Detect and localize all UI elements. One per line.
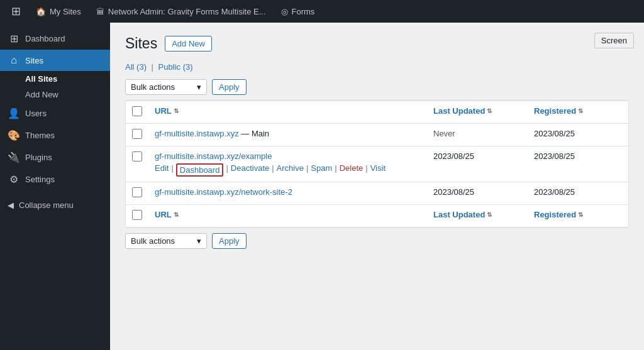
bottom-actions-bar: Bulk actions ▾ Apply xyxy=(125,233,629,249)
action-delete-1[interactable]: Delete xyxy=(340,163,364,177)
site-url-link-0[interactable]: gf-multisite.instawp.xyz xyxy=(155,129,239,138)
add-new-site-button[interactable]: Add New xyxy=(165,36,212,52)
select-all-footer xyxy=(126,205,148,227)
sites-icon: 🏠 xyxy=(36,7,46,16)
plugins-icon: 🔌 xyxy=(8,151,20,163)
action-archive-1[interactable]: Archive xyxy=(277,163,304,177)
never-text-0: Never xyxy=(433,129,455,138)
site-url-suffix-0: — Main xyxy=(239,129,269,138)
sites-table-wrapper: URL ⇅ Last Updated ⇅ Reg xyxy=(125,100,629,228)
url-footer-sort-link[interactable]: URL ⇅ xyxy=(155,210,179,219)
registered-footer-sort-icon: ⇅ xyxy=(578,211,583,218)
site-url-link-1[interactable]: gf-multisite.instawp.xyz/example xyxy=(155,151,272,161)
last-updated-footer-sort-icon: ⇅ xyxy=(487,211,492,218)
users-icon: 👤 xyxy=(8,107,20,119)
action-visit-1[interactable]: Visit xyxy=(370,163,386,177)
action-edit-1[interactable]: Edit xyxy=(155,163,169,177)
sidebar-item-users[interactable]: 👤 Users xyxy=(0,102,110,124)
filter-separator: | xyxy=(152,62,153,72)
select-all-footer-checkbox[interactable] xyxy=(132,210,142,220)
layout: ⊞ Dashboard ⌂ Sites All Sites Add New 👤 … xyxy=(0,23,644,350)
chevron-down-icon: ▾ xyxy=(197,82,201,92)
action-sep-1-3: | xyxy=(272,163,274,177)
registered-column-header: Registered ⇅ xyxy=(528,101,628,124)
apply-bottom-button[interactable]: Apply xyxy=(212,233,247,249)
registered-sort-link[interactable]: Registered ⇅ xyxy=(534,106,583,116)
wp-logo[interactable]: ⊞ xyxy=(5,0,27,23)
collapse-icon: ◀ xyxy=(8,200,14,210)
filter-bar: All (3) | Public (3) xyxy=(125,62,629,72)
sidebar-item-add-new[interactable]: Add New xyxy=(0,87,110,102)
last-updated-sort-icon: ⇅ xyxy=(487,107,492,114)
action-sep-1-4: | xyxy=(306,163,308,177)
action-deactivate-1[interactable]: Deactivate xyxy=(231,163,269,177)
last-updated-sort-link[interactable]: Last Updated ⇅ xyxy=(433,106,492,116)
network-admin-link[interactable]: 🏛 Network Admin: Gravity Forms Multisite… xyxy=(90,0,272,23)
table-body: gf-multisite.instawp.xyz — MainNever2023… xyxy=(126,124,628,205)
action-sep-1-2: | xyxy=(226,163,228,177)
top-bar: ⊞ 🏠 My Sites 🏛 Network Admin: Gravity Fo… xyxy=(0,0,644,23)
action-sep-1-1: | xyxy=(171,163,173,177)
bulk-actions-top-select[interactable]: Bulk actions ▾ xyxy=(125,79,207,95)
my-sites-link[interactable]: 🏠 My Sites xyxy=(30,0,87,23)
action-sep-1-6: | xyxy=(365,163,367,177)
filter-public-link[interactable]: Public (3) xyxy=(158,62,193,72)
row-select-2[interactable] xyxy=(132,187,142,197)
row-registered-0: 2023/08/25 xyxy=(528,124,628,146)
row-url-cell-1: gf-multisite.instawp.xyz/exampleEdit | D… xyxy=(148,146,427,182)
row-checkbox-0 xyxy=(126,124,148,146)
table-row: gf-multisite.instawp.xyz/network-site-22… xyxy=(126,182,628,205)
forms-icon: ◎ xyxy=(281,7,288,16)
row-registered-1: 2023/08/25 xyxy=(528,146,628,182)
main-content: Screen Sites Add New All (3) | Public (3… xyxy=(110,23,644,350)
row-actions-1: Edit | Dashboard | Deactivate | Archive … xyxy=(155,163,421,177)
sidebar-item-plugins[interactable]: 🔌 Plugins xyxy=(0,146,110,168)
registered-footer-sort-link[interactable]: Registered ⇅ xyxy=(534,210,583,219)
themes-icon: 🎨 xyxy=(8,129,20,141)
url-column-header: URL ⇅ xyxy=(148,101,427,124)
sidebar-item-sites[interactable]: ⌂ Sites xyxy=(0,50,110,71)
forms-link[interactable]: ◎ Forms xyxy=(275,0,321,23)
sidebar: ⊞ Dashboard ⌂ Sites All Sites Add New 👤 … xyxy=(0,23,110,350)
action-spam-1[interactable]: Spam xyxy=(311,163,332,177)
url-footer-sort-icon: ⇅ xyxy=(174,211,179,218)
row-url-cell-2: gf-multisite.instawp.xyz/network-site-2 xyxy=(148,182,427,205)
collapse-menu-button[interactable]: ◀ Collapse menu xyxy=(0,195,110,215)
page-title: Sites xyxy=(125,35,157,52)
dashboard-icon: ⊞ xyxy=(8,33,20,45)
row-checkbox-2 xyxy=(126,182,148,205)
sidebar-item-settings[interactable]: ⚙ Settings xyxy=(0,168,110,190)
url-footer-header: URL ⇅ xyxy=(148,205,427,227)
screen-options-button[interactable]: Screen xyxy=(594,33,634,48)
sites-submenu: All Sites Add New xyxy=(0,71,110,102)
registered-footer-header: Registered ⇅ xyxy=(528,205,628,227)
row-select-0[interactable] xyxy=(132,129,142,139)
last-updated-footer-sort-link[interactable]: Last Updated ⇅ xyxy=(433,210,492,219)
select-all-header xyxy=(126,101,148,124)
action-dashboard-1[interactable]: Dashboard xyxy=(176,163,224,177)
table-row: gf-multisite.instawp.xyz — MainNever2023… xyxy=(126,124,628,146)
action-sep-1-5: | xyxy=(335,163,336,177)
table-footer-row: URL ⇅ Last Updated ⇅ Reg xyxy=(126,205,628,227)
row-select-1[interactable] xyxy=(132,151,142,161)
filter-all-link[interactable]: All (3) xyxy=(125,62,149,72)
chevron-down-bottom-icon: ▾ xyxy=(197,236,201,246)
sidebar-item-dashboard[interactable]: ⊞ Dashboard xyxy=(0,28,110,50)
url-sort-icon: ⇅ xyxy=(174,107,179,114)
select-all-checkbox[interactable] xyxy=(132,106,142,116)
row-checkbox-1 xyxy=(126,146,148,182)
url-sort-link[interactable]: URL ⇅ xyxy=(155,106,179,116)
last-updated-footer-header: Last Updated ⇅ xyxy=(427,205,528,227)
settings-icon: ⚙ xyxy=(8,173,20,185)
sidebar-item-themes[interactable]: 🎨 Themes xyxy=(0,124,110,146)
site-url-link-2[interactable]: gf-multisite.instawp.xyz/network-site-2 xyxy=(155,187,292,197)
last-updated-column-header: Last Updated ⇅ xyxy=(427,101,528,124)
house-icon: 🏛 xyxy=(96,7,104,16)
row-last-updated-2: 2023/08/25 xyxy=(427,182,528,205)
page-header: Sites Add New xyxy=(125,35,629,52)
sidebar-item-all-sites[interactable]: All Sites xyxy=(0,71,110,87)
registered-sort-icon: ⇅ xyxy=(578,107,583,114)
row-url-cell-0: gf-multisite.instawp.xyz — Main xyxy=(148,124,427,146)
apply-top-button[interactable]: Apply xyxy=(212,79,247,95)
bulk-actions-bottom-select[interactable]: Bulk actions ▾ xyxy=(125,233,207,249)
